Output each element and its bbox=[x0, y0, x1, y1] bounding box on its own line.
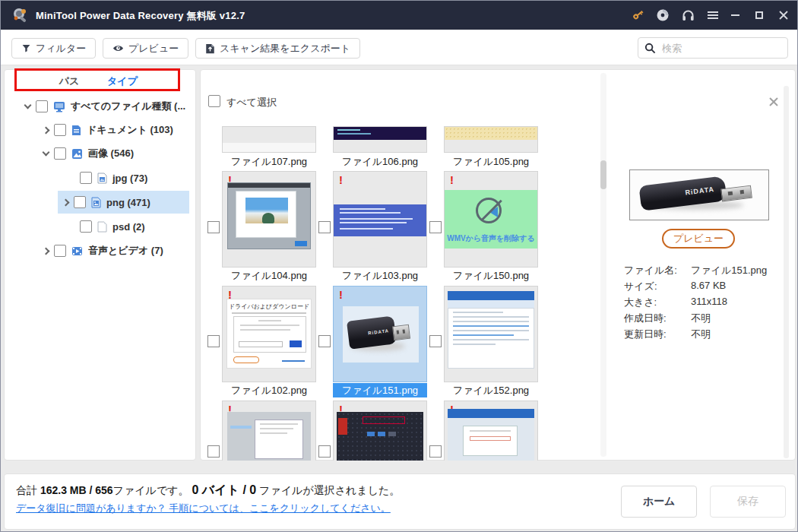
detail-row: 更新日時: 不明 bbox=[624, 328, 711, 341]
tree-checkbox[interactable] bbox=[54, 245, 66, 257]
tree-checkbox[interactable] bbox=[80, 220, 92, 233]
app-window: MiniTool Power Data Recovery 無料版 v12.7 フ… bbox=[0, 0, 798, 532]
license-key-icon[interactable] bbox=[630, 8, 645, 23]
file-tile[interactable] bbox=[222, 126, 316, 153]
close-icon[interactable] bbox=[776, 8, 791, 23]
tree-checkbox[interactable] bbox=[74, 196, 86, 208]
detail-row: 作成日時: 不明 bbox=[624, 312, 711, 325]
chevron-right-icon[interactable] bbox=[62, 198, 70, 206]
file-label: ファイル150.png bbox=[444, 268, 538, 283]
minimize-icon[interactable] bbox=[727, 8, 743, 23]
file-tile[interactable]: ! bbox=[444, 286, 538, 382]
tree-item-label: 音声とビデオ (7) bbox=[88, 244, 163, 258]
jpg-file-icon bbox=[97, 173, 107, 184]
grid-scrollbar-track[interactable] bbox=[600, 73, 606, 457]
chevron-right-icon[interactable] bbox=[43, 126, 50, 134]
search-box[interactable] bbox=[638, 37, 788, 59]
detail-value: 311x118 bbox=[691, 296, 727, 309]
export-scan-result-button[interactable]: スキャン結果をエクスポート bbox=[195, 38, 360, 59]
tree-item-images[interactable]: 画像 (546) bbox=[43, 143, 134, 164]
file-tile[interactable]: ! ドライバおよびダウンロード bbox=[222, 286, 316, 382]
file-tile[interactable]: ! bbox=[222, 401, 316, 461]
detail-label: 作成日時: bbox=[624, 312, 691, 325]
tree-item-audio-video[interactable]: 音声とビデオ (7) bbox=[43, 240, 163, 261]
select-all-label: すべて選択 bbox=[226, 96, 277, 109]
tab-type[interactable]: タイプ bbox=[96, 74, 149, 88]
eye-icon bbox=[112, 43, 124, 54]
support-headset-icon[interactable] bbox=[680, 8, 695, 23]
tree-item-documents[interactable]: ドキュメント (103) bbox=[43, 119, 173, 141]
tab-path[interactable]: パス bbox=[43, 74, 96, 88]
file-checkbox[interactable] bbox=[207, 445, 220, 458]
detail-value: ファイル151.png bbox=[691, 264, 767, 277]
thumbnail-art bbox=[334, 127, 426, 140]
file-label-selected: ファイル151.png bbox=[333, 383, 427, 397]
detail-label: ファイル名: bbox=[624, 264, 691, 277]
tree-item-all-file-types[interactable]: すべてのファイル種類 (... bbox=[25, 96, 185, 117]
detail-value: 不明 bbox=[691, 312, 711, 325]
file-checkbox[interactable] bbox=[318, 445, 331, 458]
monitor-icon bbox=[53, 101, 65, 112]
help-link[interactable]: データ復旧に問題がありますか？ 手順については、ここをクリックしてください。 bbox=[16, 502, 391, 515]
thumbnail-art bbox=[227, 412, 311, 461]
select-all-checkbox[interactable] bbox=[208, 95, 220, 107]
save-button-disabled[interactable]: 保存 bbox=[710, 486, 786, 518]
tree-checkbox[interactable] bbox=[54, 124, 66, 136]
chevron-down-icon[interactable] bbox=[43, 149, 50, 157]
file-checkbox[interactable] bbox=[207, 221, 220, 233]
tree-item-label: jpg (73) bbox=[112, 173, 147, 184]
file-checkbox[interactable] bbox=[429, 445, 442, 458]
tree-item-label: 画像 (546) bbox=[88, 147, 134, 160]
usb-brand-text: RiDATA bbox=[685, 185, 715, 197]
tree-checkbox[interactable] bbox=[80, 172, 92, 184]
thumbnail-art bbox=[445, 127, 537, 140]
tree-item-png[interactable]: png (471) bbox=[63, 192, 150, 213]
thumbnail-art bbox=[227, 182, 311, 249]
file-label: ファイル105.png bbox=[444, 154, 538, 169]
home-button[interactable]: ホーム bbox=[621, 486, 697, 518]
preview-image: RiDATA bbox=[629, 169, 769, 220]
file-checkbox[interactable] bbox=[207, 335, 220, 347]
thumbnail-art: RiDATA bbox=[343, 306, 419, 363]
preview-close-icon[interactable] bbox=[767, 95, 781, 109]
tree-item-psd[interactable]: psd (2) bbox=[80, 216, 145, 237]
title-bar: MiniTool Power Data Recovery 無料版 v12.7 bbox=[1, 1, 797, 30]
file-tile[interactable]: ! bbox=[444, 401, 538, 461]
file-checkbox[interactable] bbox=[318, 335, 331, 347]
file-tile[interactable] bbox=[444, 126, 538, 153]
file-checkbox[interactable] bbox=[318, 221, 331, 233]
preview-scrollbar-track[interactable] bbox=[784, 86, 789, 458]
file-checkbox[interactable] bbox=[429, 221, 442, 233]
detail-value: 8.67 KB bbox=[691, 280, 726, 293]
file-tile[interactable]: ! bbox=[333, 401, 427, 461]
file-tile[interactable] bbox=[333, 126, 427, 153]
file-tile[interactable]: ! bbox=[333, 171, 427, 268]
export-file-icon bbox=[205, 43, 215, 54]
file-tile[interactable]: ! WMVから音声を削除する bbox=[444, 171, 538, 268]
tree-checkbox[interactable] bbox=[54, 147, 66, 160]
file-label: ファイル152.png bbox=[444, 383, 538, 397]
menu-icon[interactable] bbox=[705, 8, 720, 23]
tree-item-jpg[interactable]: jpg (73) bbox=[80, 167, 147, 188]
file-checkbox[interactable] bbox=[429, 335, 442, 347]
preview-button-label: プレビュー bbox=[128, 42, 179, 55]
tree-item-label: psd (2) bbox=[112, 221, 145, 233]
file-tile-selected[interactable]: ! RiDATA bbox=[333, 286, 427, 382]
preview-open-button[interactable]: プレビュー bbox=[662, 229, 735, 249]
preview-open-button-label: プレビュー bbox=[673, 232, 724, 245]
search-input[interactable] bbox=[660, 42, 767, 55]
chevron-right-icon[interactable] bbox=[43, 247, 50, 255]
chevron-down-icon[interactable] bbox=[24, 102, 32, 109]
bootable-media-disc-icon[interactable] bbox=[655, 8, 670, 23]
maximize-icon[interactable] bbox=[752, 8, 767, 23]
file-tile[interactable]: ! bbox=[222, 171, 316, 268]
file-label: ファイル104.png bbox=[222, 268, 316, 283]
filter-button[interactable]: フィルター bbox=[11, 38, 96, 59]
preview-button[interactable]: プレビュー bbox=[103, 38, 188, 59]
window-title: MiniTool Power Data Recovery 無料版 v12.7 bbox=[36, 9, 245, 23]
tree-checkbox[interactable] bbox=[36, 100, 48, 112]
file-label: ファイル102.png bbox=[222, 383, 316, 397]
grid-scrollbar-thumb[interactable] bbox=[600, 160, 606, 189]
tree-item-label: ドキュメント (103) bbox=[87, 123, 173, 137]
psd-file-icon bbox=[97, 221, 107, 233]
